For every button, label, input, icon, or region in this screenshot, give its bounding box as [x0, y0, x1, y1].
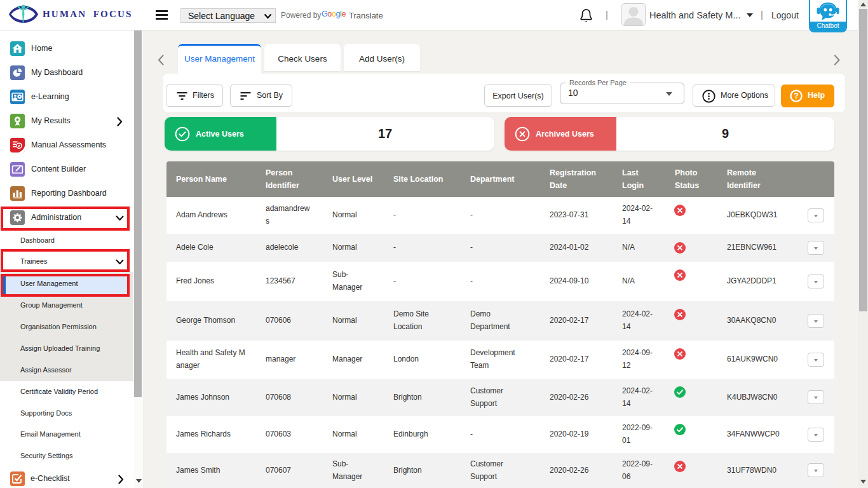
- svg-text:?: ?: [794, 92, 799, 100]
